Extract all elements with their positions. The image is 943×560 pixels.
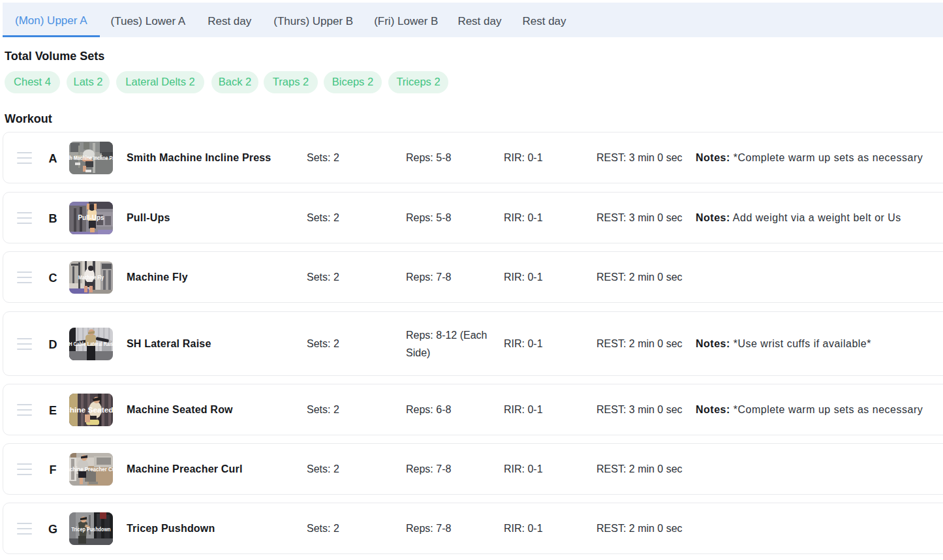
svg-text:achine Preacher Cu: achine Preacher Cu — [69, 465, 113, 473]
svg-text:th Machine Incline Pr: th Machine Incline Pr — [69, 155, 113, 161]
svg-text:Pull-Ups: Pull-Ups — [78, 214, 104, 221]
svg-text:achine Seated R: achine Seated R — [69, 406, 113, 414]
svg-text:Machine Fly: Machine Fly — [78, 274, 104, 281]
svg-text:Tricep Pushdown: Tricep Pushdown — [72, 525, 111, 533]
svg-text:H Cable Lateral Rais: H Cable Lateral Rais — [69, 341, 113, 347]
